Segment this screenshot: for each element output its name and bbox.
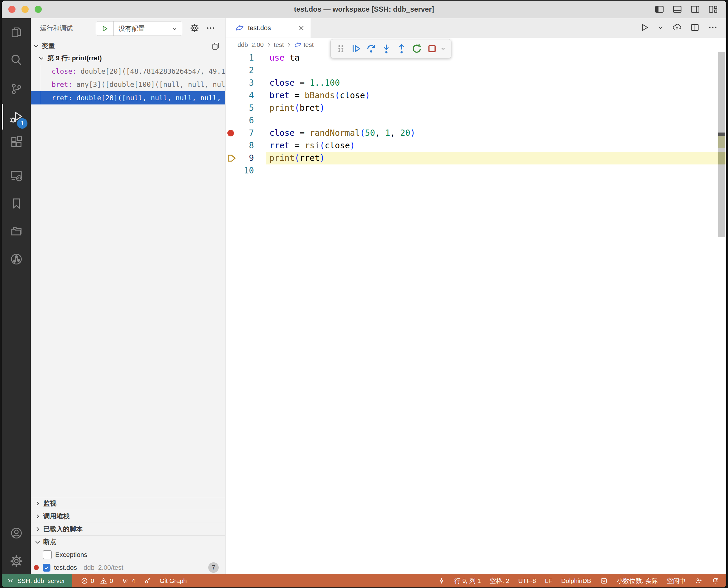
code-text[interactable]: rret = rsi(close) [266,140,726,152]
step-out-icon[interactable] [396,43,407,54]
problems-indicator[interactable]: 0 0 [81,577,113,585]
gutter[interactable] [226,140,239,152]
code-text[interactable]: close = 1..100 [266,77,726,89]
code-line[interactable]: 9print(rret) [226,152,726,165]
code-line[interactable]: 6 [226,114,726,127]
git-graph-status-item[interactable]: Git Graph [159,577,187,584]
code-editor[interactable]: 1use ta23close = 1..1004bret = bBands(cl… [226,51,726,574]
account-icon[interactable] [9,526,23,540]
variable-row-close[interactable]: close: double[20]([48.78142836264547, 49… [31,65,225,78]
toggle-secondary-sidebar-icon[interactable] [690,4,701,16]
tab-test-dos[interactable]: test.dos [226,18,311,38]
connection-port-icon[interactable] [438,577,446,585]
gutter[interactable] [226,89,239,102]
feedback-person-icon[interactable] [694,577,702,585]
exceptions-checkbox[interactable] [43,550,51,559]
cursor-position[interactable]: 行 9, 列 1 [454,577,481,585]
watch-pane-header[interactable]: 监视 [31,497,225,510]
copy-value-icon[interactable] [211,41,220,52]
decimals-setting[interactable]: 小数位数: 实际 [617,577,658,585]
ports-indicator[interactable]: 4 [122,577,135,585]
explorer-icon[interactable] [9,25,23,39]
project-manager-icon[interactable] [9,224,23,238]
config-select-value[interactable]: 没有配置 [114,24,171,33]
breadcrumb-item[interactable]: test [303,41,314,48]
remote-indicator[interactable]: SSH: ddb_server [2,574,72,587]
gutter[interactable] [226,165,239,177]
code-line[interactable]: 2 [226,64,726,77]
code-text[interactable] [266,165,726,177]
close-tab-icon[interactable] [298,24,305,32]
code-text[interactable] [266,64,726,77]
upload-to-server-icon[interactable] [672,22,682,34]
eol-sequence[interactable]: LF [545,577,552,584]
restart-icon[interactable] [411,43,423,54]
variables-pane-header[interactable]: 变量 [31,40,225,52]
step-over-icon[interactable] [365,43,377,54]
notifications-bell-icon[interactable] [711,577,719,585]
code-line[interactable]: 8rret = rsi(close) [226,140,726,152]
variable-row-bret[interactable]: bret: any[3]([double[100]([null, null, n… [31,78,225,91]
launch-config-control[interactable]: 没有配置 [96,21,182,36]
source-control-icon[interactable] [9,82,23,96]
breakpoint-checkbox[interactable] [43,564,50,572]
code-line[interactable]: 7close = randNormal(50, 1, 20) [226,127,726,140]
code-text[interactable]: bret = bBands(close) [266,89,726,102]
bookmarks-icon[interactable] [9,196,23,210]
encoding[interactable]: UTF-8 [518,577,536,584]
start-debug-icon[interactable] [96,21,114,36]
code-line[interactable]: 3close = 1..100 [226,77,726,89]
more-actions-icon[interactable] [206,23,216,34]
breakpoints-pane-header[interactable]: 断点 [31,536,225,548]
continue-icon[interactable] [350,43,362,54]
dolphindb-panel-icon[interactable] [600,577,608,585]
code-text[interactable]: close = randNormal(50, 1, 20) [266,127,726,140]
stop-dropdown-chevron-icon[interactable] [439,45,447,52]
language-mode[interactable]: DolphinDB [561,577,591,584]
debug-session-indicator[interactable] [144,577,151,585]
more-actions-icon[interactable] [708,22,718,34]
code-line[interactable]: 10 [226,165,726,177]
overview-ruler[interactable] [718,51,725,237]
settings-gear-icon[interactable] [9,554,23,568]
debug-settings-gear-icon[interactable] [190,23,199,34]
code-token: 1 [385,128,390,138]
indentation[interactable]: 空格: 2 [490,577,509,585]
loaded-scripts-pane-header[interactable]: 已载入的脚本 [31,523,225,536]
code-text[interactable]: print(rret) [266,152,726,165]
file-breakpoint-row[interactable]: test.dos ddb_2.00/test 7 [31,561,225,574]
breakpoint-gutter[interactable] [226,127,239,140]
variable-row-rret[interactable]: rret: double[20]([null, null, null, null… [31,91,225,104]
scope-row[interactable]: 第 9 行: print(rret) [37,52,225,64]
step-into-icon[interactable] [381,43,392,54]
split-editor-icon[interactable] [690,22,700,34]
gutter[interactable] [226,114,239,127]
toggle-primary-sidebar-icon[interactable] [654,4,665,16]
gutter[interactable] [226,77,239,89]
code-text[interactable]: print(bret) [266,102,726,114]
stop-icon[interactable] [426,43,438,54]
gutter[interactable] [226,102,239,114]
extensions-icon[interactable] [9,135,23,149]
customize-layout-icon[interactable] [708,4,719,16]
git-graph-view-icon[interactable] [9,252,23,266]
search-icon[interactable] [9,53,23,67]
breadcrumb-item[interactable]: test [274,41,284,48]
code-text[interactable] [266,114,726,127]
toolbar-drag-handle[interactable] [335,43,346,54]
exceptions-breakpoint-row[interactable]: Exceptions [31,548,225,561]
gutter[interactable] [226,64,239,77]
code-line[interactable]: 1use ta [226,51,726,64]
toggle-panel-icon[interactable] [672,4,683,16]
run-file-icon[interactable] [639,22,649,34]
current-step-gutter[interactable] [226,152,239,165]
run-dropdown-chevron-icon[interactable] [657,24,664,32]
gutter[interactable] [226,51,239,64]
call-stack-pane-header[interactable]: 调用堆栈 [31,510,225,523]
breakpoint-icon[interactable] [227,130,234,136]
server-state[interactable]: 空闲中 [667,577,686,585]
code-line[interactable]: 5print(bret) [226,102,726,114]
breadcrumb-item[interactable]: ddb_2.00 [237,41,264,48]
code-line[interactable]: 4bret = bBands(close) [226,89,726,102]
remote-explorer-icon[interactable] [9,169,23,182]
